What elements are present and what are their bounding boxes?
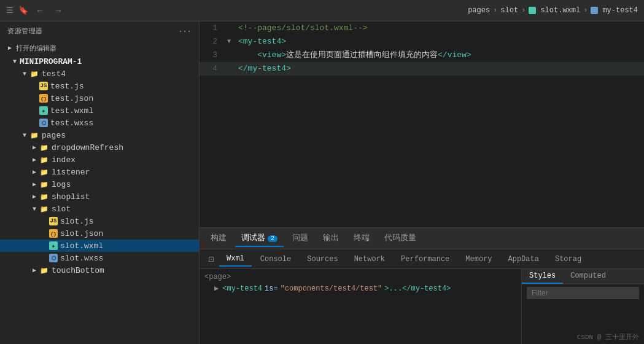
devtools-tab-wxml[interactable]: Wxml — [219, 252, 252, 267]
devtools-right-tabs: Styles Computed — [522, 269, 644, 284]
sidebar-content: 打开的编辑器 MINIPROGRAM-1 📁 test4 JS test.js — [0, 41, 199, 344]
dropdown-folder-icon: 📁 — [39, 143, 49, 152]
close-tag: >...</my-test4> — [384, 284, 451, 293]
folder-icon: 📁 — [29, 69, 39, 79]
computed-tab[interactable]: Computed — [563, 269, 613, 284]
file-slot-js[interactable]: JS slot.js — [0, 215, 199, 227]
folder-slot[interactable]: 📁 slot — [0, 203, 199, 215]
touchbottom-arrow — [29, 265, 39, 275]
pages-arrow — [20, 130, 29, 140]
nav-back-button[interactable]: ← — [33, 4, 47, 17]
file-test-wxml[interactable]: ◈ test.wxml — [0, 104, 199, 117]
slot-arrow — [29, 204, 39, 214]
nav-forward-button[interactable]: → — [52, 4, 65, 17]
line-number-4: 4 — [200, 62, 227, 76]
file-test-wxss[interactable]: ⬡ test.wxss — [0, 117, 199, 129]
code-text-1: <!--pages/slot/slot.wxml--> — [236, 22, 644, 35]
line-number-1: 1 — [200, 22, 227, 35]
html-row-mytest4: ▶ <my-test4 is= "components/test4/test" … — [204, 283, 516, 294]
folder-listener[interactable]: 📁 listener — [0, 166, 199, 178]
devtools-tab-sources[interactable]: Sources — [300, 252, 345, 266]
expand-icon[interactable]: ▶ — [214, 284, 219, 293]
touchbottom-folder-icon: 📁 — [39, 265, 49, 275]
sidebar-more-button[interactable]: ··· — [179, 28, 192, 35]
folder-index[interactable]: 📁 index — [0, 154, 199, 166]
shoplist-label: shoplist — [52, 192, 199, 201]
filter-input[interactable] — [527, 287, 639, 299]
index-label: index — [52, 155, 199, 165]
file-slot-wxml[interactable]: ◈ slot.wxml — [0, 240, 199, 252]
file-slot-wxss[interactable]: ⬡ slot.wxss — [0, 252, 199, 264]
slot-wxss-label: slot.wxss — [60, 254, 199, 263]
devtools-tab-storage[interactable]: Storag — [548, 252, 589, 266]
editor-content[interactable]: 1 <!--pages/slot/slot.wxml--> 2 ▼ <my-te… — [200, 22, 644, 227]
code-line-2: 2 ▼ <my-test4> — [200, 35, 644, 49]
folder-test4[interactable]: 📁 test4 — [0, 68, 199, 80]
slot-folder-icon: 📁 — [39, 204, 49, 214]
devtools-icon-btn[interactable]: ⊡ — [204, 254, 218, 265]
opened-editors-label: 打开的编辑器 — [16, 44, 56, 53]
folder-dropdownRefresh[interactable]: 📁 dropdownRefresh — [0, 141, 199, 154]
json-icon: {} — [39, 94, 48, 103]
devtools-tab-console[interactable]: Console — [253, 252, 298, 266]
code-line-4: 4 </my-test4> — [200, 62, 644, 76]
line-number-2: 2 — [200, 35, 227, 49]
tab-debugger[interactable]: 调试器2 — [235, 230, 284, 247]
breadcrumb-symbol[interactable]: my-test4 — [602, 6, 638, 15]
project-root[interactable]: MINIPROGRAM-1 — [0, 55, 199, 68]
pages-folder-icon: 📁 — [29, 130, 39, 140]
folder-shoplist[interactable]: 📁 shoplist — [0, 190, 199, 203]
tab-build[interactable]: 构建 — [204, 230, 233, 247]
tab-output[interactable]: 输出 — [317, 230, 345, 247]
dropdown-arrow — [29, 143, 39, 152]
line-number-3: 3 — [200, 49, 227, 62]
folder-touchbottom[interactable]: 📁 touchBottom — [0, 264, 199, 276]
index-arrow — [29, 155, 39, 165]
tab-quality[interactable]: 代码质量 — [378, 230, 422, 247]
line-arrow-2: ▼ — [227, 35, 236, 49]
logs-arrow — [29, 179, 39, 189]
code-text-4: </my-test4> — [236, 62, 644, 76]
listener-label: listener — [52, 168, 199, 177]
symbol-icon — [591, 7, 598, 14]
code-line-3: 3 <view>这是在使用页面通过插槽向组件填充的内容</view> — [200, 49, 644, 62]
devtools-tab-memory[interactable]: Memory — [458, 252, 499, 266]
editor-area: 1 <!--pages/slot/slot.wxml--> 2 ▼ <my-te… — [200, 22, 644, 344]
opened-editors-section[interactable]: 打开的编辑器 — [0, 41, 199, 55]
logs-label: logs — [52, 180, 199, 189]
folder-pages[interactable]: 📁 pages — [0, 129, 199, 141]
tab-problems[interactable]: 问题 — [286, 230, 314, 247]
breadcrumb-slot[interactable]: slot — [500, 6, 518, 15]
file-test-js[interactable]: JS test.js — [0, 80, 199, 92]
index-folder-icon: 📁 — [39, 155, 49, 165]
menu-icon[interactable]: ☰ — [6, 6, 14, 15]
code-line-1: 1 <!--pages/slot/slot.wxml--> — [200, 22, 644, 35]
test4-label: test4 — [42, 69, 199, 79]
devtools-tab-network[interactable]: Network — [347, 252, 392, 266]
slot-js-label: slot.js — [60, 217, 199, 226]
file-icon — [529, 7, 536, 14]
file-test-json[interactable]: {} test.json — [0, 92, 199, 104]
html-row-page: <page> — [204, 272, 516, 283]
file-slot-json[interactable]: {} slot.json — [0, 227, 199, 240]
devtools-tabs: ⊡ Wxml Console Sources Network Performan… — [200, 249, 644, 269]
slot-wxml-label: slot.wxml — [60, 241, 199, 251]
breadcrumb-pages[interactable]: pages — [468, 6, 490, 15]
sidebar: 资源管理器 ··· 打开的编辑器 MINIPROGRAM-1 📁 — [0, 22, 200, 344]
test-json-label: test.json — [50, 94, 199, 103]
devtools-tab-appdata[interactable]: AppData — [501, 252, 546, 266]
bookmark-icon[interactable]: 🔖 — [18, 6, 28, 15]
logs-folder-icon: 📁 — [39, 179, 49, 189]
listener-arrow — [29, 167, 39, 177]
slot-js-icon: JS — [49, 217, 58, 225]
page-tag: <page> — [204, 273, 231, 281]
folder-logs[interactable]: 📁 logs — [0, 178, 199, 190]
test-js-label: test.js — [50, 82, 199, 91]
devtools-tab-performance[interactable]: Performance — [394, 252, 457, 266]
tab-terminal[interactable]: 终端 — [347, 230, 376, 247]
slot-label: slot — [52, 205, 199, 214]
styles-tab[interactable]: Styles — [522, 269, 563, 284]
breadcrumb-file[interactable]: slot.wxml — [540, 6, 580, 15]
opened-editors-arrow — [5, 43, 15, 53]
wxss-icon: ⬡ — [39, 119, 48, 127]
